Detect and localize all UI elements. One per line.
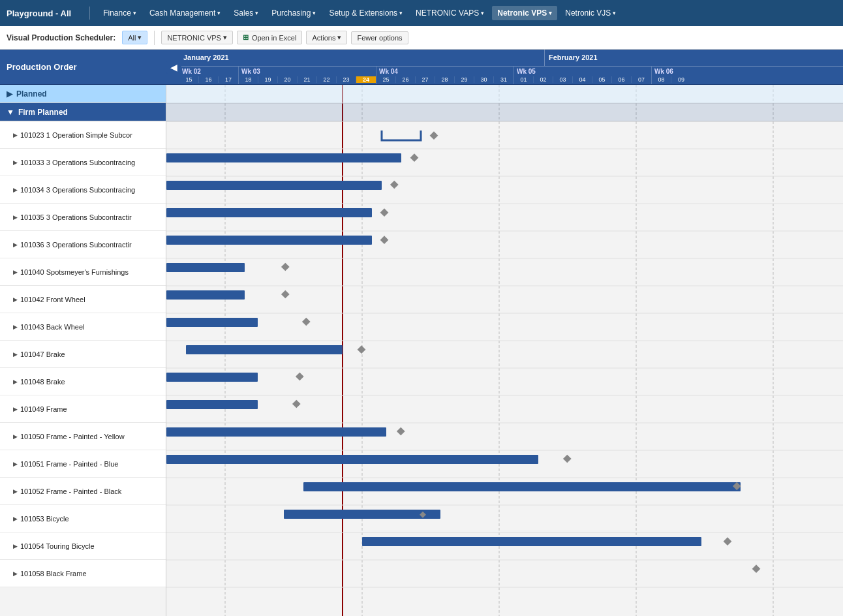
svg-rect-28 <box>166 153 401 162</box>
nav-finance[interactable]: Finance ▾ <box>98 6 142 20</box>
expand-icon: ▶ <box>13 570 18 577</box>
left-panel-rows: ▶ Planned ▼ Firm Planned ▶ 101023 1 Oper… <box>0 85 166 616</box>
nav-setup[interactable]: Setup & Extensions ▾ <box>324 6 408 20</box>
svg-rect-52 <box>303 482 741 491</box>
gantt-body: ▶ Planned ▼ Firm Planned ▶ 101023 1 Oper… <box>0 85 843 616</box>
row-label: 101048 Brake <box>20 378 65 386</box>
open-excel-button[interactable]: ⊞ Open in Excel <box>237 31 302 44</box>
expand-icon: ▶ <box>13 488 18 495</box>
chevron-down-icon: ▾ <box>337 33 341 42</box>
firm-planned-group-row[interactable]: ▼ Firm Planned <box>0 103 166 121</box>
svg-rect-44 <box>166 373 258 382</box>
month-february: February 2021 <box>545 50 832 66</box>
chevron-down-icon: ▾ <box>255 10 258 16</box>
netronic-vps-button[interactable]: NETRONIC VPS ▾ <box>161 31 233 44</box>
nav-sales[interactable]: Sales ▾ <box>228 6 264 20</box>
nav-sales-label: Sales <box>234 8 253 18</box>
nav-vaps[interactable]: NETRONIC VAPS ▾ <box>410 6 489 20</box>
list-item[interactable]: ▶ 101050 Frame - Painted - Yellow <box>0 423 166 450</box>
list-item[interactable]: ▶ 101052 Frame - Painted - Black <box>0 478 166 505</box>
production-order-title: Production Order <box>7 62 77 72</box>
filter-all-button[interactable]: All ▾ <box>122 31 147 44</box>
expand-icon: ▶ <box>13 159 18 166</box>
scroll-left-button[interactable]: ◀ <box>166 61 181 74</box>
svg-rect-45 <box>296 373 304 381</box>
svg-rect-29 <box>410 153 419 162</box>
app-title: Playground - All <box>7 8 71 18</box>
svg-rect-34 <box>166 236 372 245</box>
svg-rect-42 <box>186 345 343 354</box>
svg-rect-46 <box>166 400 258 409</box>
expand-icon: ▶ <box>13 406 18 412</box>
row-label: 101034 3 Operations Subcontracing <box>20 186 135 194</box>
svg-rect-38 <box>166 290 245 300</box>
svg-rect-33 <box>380 208 389 217</box>
triangle-icon: ▶ <box>7 89 12 99</box>
gantt-svg <box>166 85 843 616</box>
list-item[interactable]: ▶ 101047 Brake <box>0 341 166 368</box>
list-item[interactable]: ▶ 101053 Bicycle <box>0 505 166 532</box>
actions-label: Actions <box>312 34 335 42</box>
left-arrow-icon[interactable]: ◀ <box>166 61 181 74</box>
nav-purchasing-label: Purchasing <box>271 8 311 18</box>
list-item[interactable]: ▶ 101034 3 Operations Subcontracing <box>0 176 166 204</box>
chevron-down-icon: ▾ <box>223 33 227 42</box>
excel-icon: ⊞ <box>243 33 249 42</box>
row-label: 101047 Brake <box>20 350 65 358</box>
row-label: 101023 1 Operation Simple Subcor <box>20 131 132 139</box>
list-item[interactable]: ▶ 101051 Frame - Painted - Blue <box>0 450 166 478</box>
svg-rect-39 <box>281 290 290 299</box>
row-label: 101051 Frame - Painted - Blue <box>20 460 118 468</box>
main-container: Production Order ◀ January 2021 February… <box>0 50 843 616</box>
nav-setup-label: Setup & Extensions <box>329 8 397 18</box>
expand-icon: ▶ <box>13 296 18 303</box>
row-label: 101050 Frame - Painted - Yellow <box>20 433 125 440</box>
row-label: 101040 Spotsmeyer's Furnishings <box>20 268 129 276</box>
list-item[interactable]: ▶ 101036 3 Operations Subcontractir <box>0 231 166 258</box>
nav-purchasing[interactable]: Purchasing ▾ <box>266 6 321 20</box>
expand-icon: ▶ <box>13 378 18 385</box>
row-label: 101043 Back Wheel <box>20 323 84 331</box>
svg-rect-49 <box>397 427 405 436</box>
row-label: 101053 Bicycle <box>20 515 69 523</box>
list-item[interactable]: ▶ 101058 Black Frame <box>0 560 166 587</box>
month-feb-label: February 2021 <box>549 54 598 61</box>
netronic-vps-label: NETRONIC VPS <box>167 34 221 42</box>
nav-vjs[interactable]: Netronic VJS ▾ <box>560 6 621 20</box>
row-label: 101049 Frame <box>20 405 67 413</box>
list-item[interactable]: ▶ 101049 Frame <box>0 395 166 423</box>
nav-separator <box>89 7 90 20</box>
list-item[interactable]: ▶ 101035 3 Operations Subcontractir <box>0 204 166 231</box>
list-item[interactable]: ▶ 101043 Back Wheel <box>0 313 166 341</box>
svg-rect-57 <box>724 537 732 546</box>
toolbar-label: Visual Production Scheduler: <box>7 33 115 42</box>
nav-vps[interactable]: Netronic VPS ▾ <box>492 6 557 20</box>
svg-rect-35 <box>380 236 389 244</box>
month-jan-label: January 2021 <box>183 54 229 61</box>
nav-finance-label: Finance <box>103 8 131 18</box>
svg-rect-30 <box>166 181 382 190</box>
list-item[interactable]: ▶ 101033 3 Operations Subcontracing <box>0 149 166 176</box>
expand-icon: ▶ <box>13 269 18 275</box>
row-label: 101042 Front Wheel <box>20 296 85 303</box>
actions-button[interactable]: Actions ▾ <box>306 31 347 44</box>
fewer-options-button[interactable]: Fewer options <box>351 31 408 44</box>
gantt-time-header: ◀ January 2021 February 2021 Wk 02 <box>166 50 843 85</box>
svg-rect-31 <box>390 181 399 189</box>
svg-rect-26 <box>166 103 843 121</box>
svg-rect-54 <box>284 510 440 519</box>
expand-icon: ▶ <box>13 461 18 467</box>
row-label: 101035 3 Operations Subcontractir <box>20 213 132 221</box>
planned-group-row[interactable]: ▶ Planned <box>0 85 166 103</box>
list-item[interactable]: ▶ 101054 Touring Bicycle <box>0 532 166 560</box>
row-label: 101054 Touring Bicycle <box>20 542 95 550</box>
left-panel-header: Production Order <box>0 50 166 85</box>
list-item[interactable]: ▶ 101042 Front Wheel <box>0 286 166 313</box>
chevron-down-icon: ▾ <box>313 10 316 16</box>
svg-rect-48 <box>166 427 386 437</box>
list-item[interactable]: ▶ 101023 1 Operation Simple Subcor <box>0 121 166 149</box>
open-excel-label: Open in Excel <box>252 34 296 42</box>
list-item[interactable]: ▶ 101040 Spotsmeyer's Furnishings <box>0 258 166 286</box>
list-item[interactable]: ▶ 101048 Brake <box>0 368 166 395</box>
nav-cash-management[interactable]: Cash Management ▾ <box>144 6 226 20</box>
